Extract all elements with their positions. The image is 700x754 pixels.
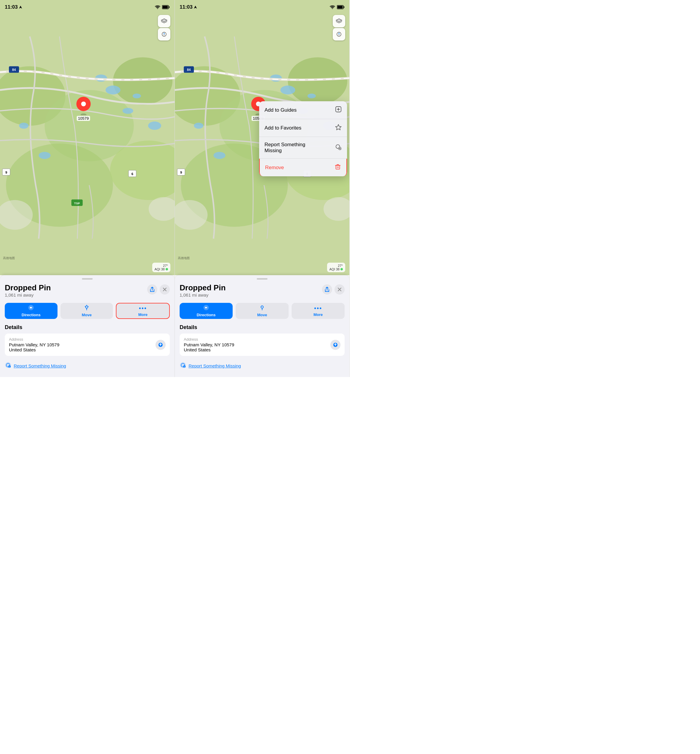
sheet-handle [82,278,93,279]
left-address-share[interactable] [155,340,166,350]
right-report-row[interactable]: + Report Something Missing [180,359,345,372]
left-address-line2: United States [9,347,59,352]
map-type-button[interactable] [158,15,170,27]
more-button[interactable]: ••• More [116,303,170,319]
right-share-button[interactable] [322,284,332,295]
right-time: 11:03 [180,4,197,10]
left-time: 11:03 [5,4,22,10]
right-more-label: More [313,312,323,317]
right-wifi-icon [330,5,335,9]
svg-text:84: 84 [187,68,191,72]
svg-point-6 [105,86,120,94]
report-location-icon [335,144,342,152]
report-missing-item[interactable]: Report SomethingMissing [259,137,347,159]
move-pin-icon [84,304,90,311]
left-map-pin-container: 10579 [76,96,91,121]
right-address-share-icon [333,342,338,347]
address-share-icon [158,342,163,347]
right-directions-button[interactable]: Directions [180,303,233,319]
left-pin-label: 10579 [77,116,90,121]
trash-icon [334,164,341,172]
share-button[interactable] [147,284,157,295]
remove-item[interactable]: Remove [259,159,347,176]
right-details-title: Details [180,324,345,331]
right-move-button[interactable]: Move [236,303,289,319]
svg-rect-66 [344,6,345,8]
left-map: 84 9 6 TSP 11:03 [0,0,175,275]
more-icon: ••• [139,305,147,312]
right-address-line1: Putnam Valley, NY 10579 [184,342,234,347]
left-map-controls [158,15,170,41]
add-to-guides-item[interactable]: Add to Guides [259,101,347,119]
right-pin-title: Dropped Pin [180,283,226,292]
right-more-button[interactable]: ••• More [292,303,345,319]
move-label: Move [81,313,91,317]
directions-icon [28,304,34,311]
left-bottom-sheet: Dropped Pin 1,061 mi away [0,275,175,377]
context-menu: Add to Guides Add to Favorites [259,101,347,176]
right-report-icon: + [180,362,186,370]
left-action-buttons: Directions Move ••• More [5,303,170,319]
trash-bin-icon [334,164,341,170]
right-sheet-handle [257,278,267,279]
right-move-icon [259,304,265,312]
right-map-layers-icon [336,19,342,24]
share-icon [150,287,155,292]
left-report-text[interactable]: Report Something Missing [14,363,66,368]
star-outline-icon [335,124,342,130]
right-address-line2: United States [184,347,234,352]
move-icon [84,304,90,312]
right-directions-label: Directions [197,313,216,317]
battery-icon [162,5,170,9]
right-map-type-button[interactable] [333,15,345,27]
svg-point-30 [80,114,86,115]
svg-text:TSP: TSP [74,201,80,205]
svg-text:+: + [9,366,11,368]
left-report-row[interactable]: + Report Something Missing [5,359,170,372]
svg-text:9: 9 [5,171,7,174]
left-gaode-label: 高德地图 [3,256,15,260]
right-report-text[interactable]: Report Something Missing [189,363,241,368]
more-label: More [138,312,147,317]
left-weather-badge: 27° AQI 38 [152,263,170,272]
right-more-icon: ••• [314,305,322,312]
right-status-icons [330,5,345,9]
location-button[interactable] [158,28,170,41]
right-bottom-sheet: Dropped Pin 1,061 mi away [175,275,349,377]
left-phone-panel: 84 9 6 TSP 11:03 [0,0,175,377]
add-to-favorites-item[interactable]: Add to Favorites [259,119,347,137]
directions-button[interactable]: Directions [5,303,58,319]
right-location-button[interactable] [333,28,345,41]
compass-icon [161,31,167,37]
right-compass-icon [336,31,342,37]
left-pin-title: Dropped Pin [5,283,51,292]
right-sheet-header: Dropped Pin 1,061 mi away [180,283,345,302]
left-sheet-header: Dropped Pin 1,061 mi away [5,283,170,302]
svg-point-9 [133,94,141,98]
right-close-icon [338,288,341,291]
svg-marker-64 [194,6,197,9]
svg-marker-28 [164,33,165,34]
magnify-plus-icon [335,144,342,150]
right-report-map-icon: + [180,362,186,368]
close-button[interactable] [160,284,170,295]
right-action-buttons: Directions Move ••• More [180,303,345,319]
svg-point-3 [113,57,172,105]
move-button[interactable]: Move [61,303,113,319]
right-move-label: Move [257,313,267,317]
location-arrow-icon [19,5,22,9]
svg-text:6: 6 [131,172,133,176]
svg-marker-29 [164,34,165,36]
right-weather-badge: 27° AQI 38 [327,263,345,272]
svg-point-7 [122,108,133,114]
report-icon: + [5,362,11,370]
remove-label: Remove [265,165,284,171]
right-phone-panel: 84 9 6 11:03 [175,0,350,377]
svg-text:9: 9 [180,171,182,174]
svg-rect-67 [338,6,343,9]
svg-marker-70 [338,34,339,36]
right-address-share[interactable] [330,340,341,350]
svg-point-10 [148,122,161,130]
svg-rect-26 [162,6,168,9]
right-close-button[interactable] [334,284,345,295]
